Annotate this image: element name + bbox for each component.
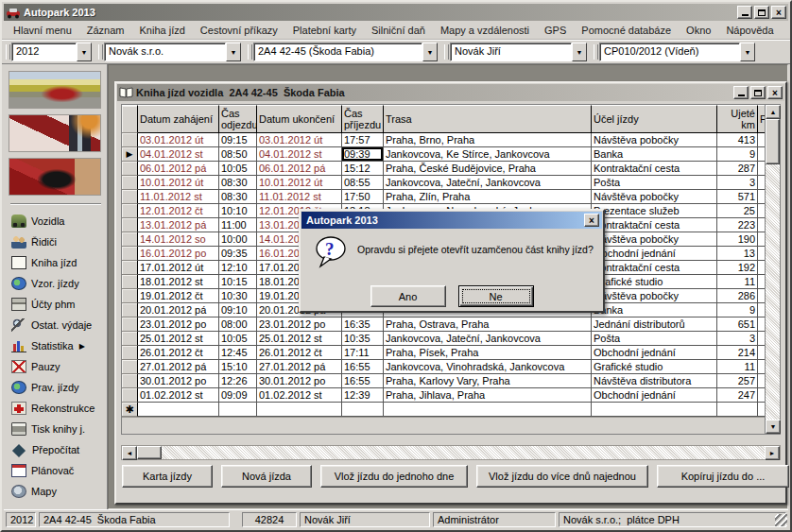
sidebar-item[interactable]: Plánovač: [9, 460, 103, 481]
cell-purpose[interactable]: Obchodní jednání: [592, 388, 717, 403]
table-row[interactable]: 10.01.2012 út 08:30 10.01.2012 út 08:55 …: [122, 176, 765, 190]
row-selector[interactable]: [122, 360, 138, 374]
table-row[interactable]: 25.01.2012 st 10:05 25.01.2012 st 10:35 …: [122, 332, 765, 346]
row-selector[interactable]: [122, 261, 138, 275]
cell-departure-time[interactable]: 09:10: [219, 303, 257, 317]
maximize-button[interactable]: [754, 6, 769, 19]
combo-value[interactable]: Novák s.r.o.: [104, 43, 226, 61]
toolbar-combo[interactable]: 2012 ▼: [5, 43, 92, 61]
horizontal-scrollbar[interactable]: ◄ ►: [121, 445, 781, 460]
close-button[interactable]: ×: [771, 6, 786, 19]
cell-end-date[interactable]: 03.01.2012 út: [257, 133, 342, 147]
menu-item[interactable]: Mapy a vzdálenosti: [433, 23, 537, 38]
cell-start-date[interactable]: 27.01.2012 pá: [138, 360, 219, 374]
scroll-up-button[interactable]: ▲: [766, 105, 781, 119]
column-header[interactable]: Účel jízdy: [592, 105, 717, 133]
row-selector[interactable]: [122, 303, 138, 317]
row-selector[interactable]: [122, 346, 138, 360]
cell-purpose[interactable]: Návštěva pobočky: [592, 289, 717, 303]
cell-departure-time[interactable]: 08:50: [219, 147, 257, 162]
cell-arrival-time[interactable]: 16:55: [342, 360, 384, 374]
row-selector[interactable]: [122, 162, 138, 176]
combo-value[interactable]: CP010/2012 (Vídeň): [599, 43, 740, 61]
table-row[interactable]: 23.01.2012 po 08:00 23.01.2012 po 16:35 …: [122, 317, 765, 332]
cell-arrival-time[interactable]: 16:55: [342, 374, 384, 388]
cell-start-date[interactable]: 04.01.2012 st: [138, 147, 219, 162]
cell-start-date[interactable]: 26.01.2012 čt: [138, 346, 219, 360]
combo-dropdown-button[interactable]: ▼: [740, 43, 755, 61]
new-record-icon[interactable]: ✱: [122, 403, 138, 417]
cell-start-date[interactable]: 01.02.2012 st: [138, 388, 219, 403]
cell-departure-time[interactable]: 12:45: [219, 346, 257, 360]
cell-purpose[interactable]: Prezentace služeb: [592, 204, 717, 218]
sidebar-item[interactable]: Ostat. výdaje: [9, 315, 103, 335]
row-selector[interactable]: [122, 332, 138, 346]
cell-end-date[interactable]: 30.01.2012 po: [257, 374, 342, 388]
cell-departure-time[interactable]: 10:00: [219, 232, 257, 247]
cell-departure-time[interactable]: 08:30: [219, 190, 257, 204]
cell-purpose[interactable]: Banka: [592, 303, 717, 317]
cell-departure-time[interactable]: 10:30: [219, 289, 257, 303]
cell-start-date[interactable]: 03.01.2012 út: [138, 133, 219, 147]
column-header[interactable]: Trasa: [384, 105, 592, 133]
table-row[interactable]: 11.01.2012 st 08:30 11.01.2012 st 17:50 …: [122, 190, 765, 204]
cell-km[interactable]: 192: [717, 261, 758, 275]
resize-grip[interactable]: [775, 514, 787, 526]
combo-dropdown-button[interactable]: ▼: [572, 43, 587, 61]
cell-route[interactable]: Jankovcova, Jateční, Jankovcova: [384, 332, 592, 346]
toolbar-combo[interactable]: CP010/2012 (Vídeň) ▼: [593, 43, 755, 61]
cell-km[interactable]: 13: [717, 247, 758, 261]
column-header[interactable]: Datum zahájení: [138, 105, 219, 133]
cell-route[interactable]: Praha, Ostrava, Praha: [384, 317, 592, 332]
cell-departure-time[interactable]: 12:26: [219, 374, 257, 388]
cell-start-date[interactable]: 12.01.2012 čt: [138, 204, 219, 218]
cell-end-date[interactable]: 01.02.2012 st: [257, 388, 342, 403]
cell-route[interactable]: Jankovcova, Vinohradská, Jankovcova: [384, 360, 592, 374]
cell-km[interactable]: 571: [717, 190, 758, 204]
table-row[interactable]: 26.01.2012 čt 12:45 26.01.2012 čt 17:11 …: [122, 346, 765, 360]
combo-value[interactable]: 2012: [11, 43, 77, 61]
menu-item[interactable]: Kniha jízd: [132, 23, 193, 38]
cell-departure-time[interactable]: 10:05: [219, 162, 257, 176]
cell-route[interactable]: Praha, Zlín, Praha: [384, 190, 592, 204]
row-selector[interactable]: [122, 317, 138, 332]
row-selector[interactable]: [122, 247, 138, 261]
sidebar-item[interactable]: Prav. jízdy: [9, 377, 103, 398]
logbook-title-bar[interactable]: Kniha jízd vozidla 2A4 42-45 Škoda Fabia…: [117, 84, 784, 101]
cell-departure-time[interactable]: 12:10: [219, 261, 257, 275]
cell-start-date[interactable]: 14.01.2012 so: [138, 232, 219, 247]
row-selector[interactable]: [122, 374, 138, 388]
cell-start-date[interactable]: 10.01.2012 út: [138, 176, 219, 190]
cell-purpose[interactable]: Jednání distributorů: [592, 317, 717, 332]
table-row[interactable]: ▶ 04.01.2012 st 08:50 04.01.2012 st 09:3…: [122, 147, 765, 162]
menu-item[interactable]: Pomocné databáze: [574, 23, 679, 38]
menu-item[interactable]: Cestovní příkazy: [193, 23, 285, 38]
sidebar-item[interactable]: Mapy: [9, 481, 103, 502]
minimize-button[interactable]: [737, 6, 752, 19]
sidebar-item[interactable]: Pauzy: [9, 356, 103, 377]
combo-dropdown-button[interactable]: ▼: [226, 43, 241, 61]
cell-departure-time[interactable]: 09:15: [219, 133, 257, 147]
row-selector[interactable]: [122, 232, 138, 247]
cell-km[interactable]: 214: [717, 346, 758, 360]
menu-item[interactable]: Silniční daň: [364, 23, 433, 38]
combo-dropdown-button[interactable]: ▼: [77, 43, 92, 61]
column-header[interactable]: Čas odjezdu: [219, 105, 257, 133]
logbook-minimize-button[interactable]: [733, 86, 749, 99]
cell-route[interactable]: Praha, Karlovy Vary, Praha: [384, 374, 592, 388]
toolbar-combo[interactable]: Novák Jiří ▼: [443, 43, 587, 61]
cell-km[interactable]: 287: [717, 162, 758, 176]
new-record-row[interactable]: ✱: [122, 403, 765, 417]
toolbar-combo[interactable]: 2A4 42-45 (Škoda Fabia) ▼: [247, 43, 438, 61]
cell-purpose[interactable]: Kontraktační cesta: [592, 162, 717, 176]
cell-end-date[interactable]: 26.01.2012 čt: [257, 346, 342, 360]
cell-km[interactable]: 9: [717, 147, 758, 162]
cell-end-date[interactable]: 04.01.2012 st: [257, 147, 342, 162]
cell-start-date[interactable]: 18.01.2012 st: [138, 275, 219, 289]
cell-departure-time[interactable]: 11:00: [219, 218, 257, 232]
no-button[interactable]: Ne: [458, 285, 534, 307]
cell-purpose[interactable]: Grafické studio: [592, 360, 717, 374]
cell-end-date[interactable]: 27.01.2012 pá: [257, 360, 342, 374]
combo-dropdown-button[interactable]: ▼: [422, 43, 438, 61]
menu-item[interactable]: GPS: [537, 23, 574, 38]
